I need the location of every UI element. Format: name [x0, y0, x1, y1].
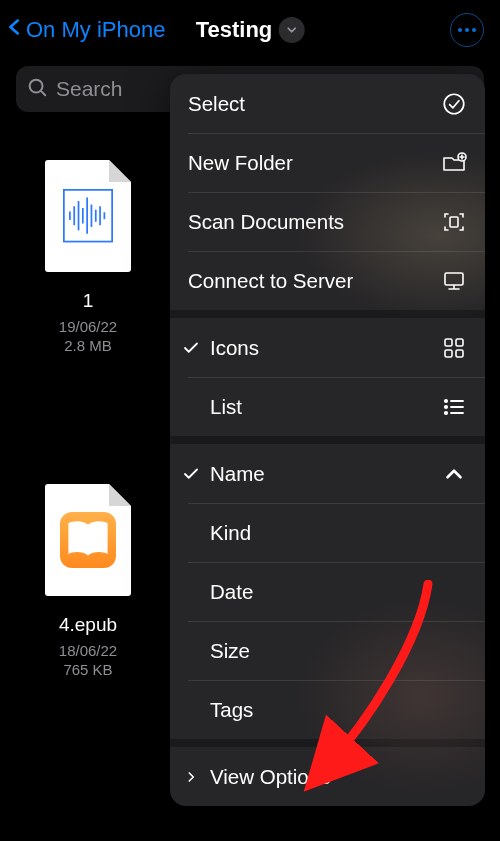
svg-line-1: [41, 91, 45, 95]
server-icon: [441, 268, 467, 294]
menu-item-connect-to-server[interactable]: Connect to Server: [170, 251, 485, 310]
menu-label: Icons: [210, 336, 259, 360]
menu-label: Kind: [210, 521, 251, 545]
menu-label: Name: [210, 462, 265, 486]
svg-point-28: [445, 411, 447, 413]
chevron-right-icon: [184, 770, 208, 784]
menu-item-sort-size[interactable]: Size: [170, 621, 485, 680]
svg-point-12: [444, 94, 464, 114]
menu-item-list-view[interactable]: List: [170, 377, 485, 436]
svg-rect-21: [456, 339, 463, 346]
back-label: On My iPhone: [26, 17, 165, 43]
menu-divider: [170, 436, 485, 444]
menu-divider: [170, 739, 485, 747]
checkmark-icon: [182, 339, 208, 357]
more-button[interactable]: [450, 13, 484, 47]
file-thumbnail: [45, 484, 131, 596]
scan-icon: [441, 209, 467, 235]
book-icon: [60, 512, 116, 568]
select-circle-icon: [441, 91, 467, 117]
svg-point-24: [445, 399, 447, 401]
folder-title-button[interactable]: Testing: [196, 17, 305, 43]
search-icon: [26, 76, 48, 102]
context-menu: Select New Folder Scan Documents Connect…: [170, 74, 485, 806]
menu-item-sort-tags[interactable]: Tags: [170, 680, 485, 739]
menu-item-scan-documents[interactable]: Scan Documents: [170, 192, 485, 251]
chevron-left-icon: [4, 13, 26, 47]
menu-divider: [170, 310, 485, 318]
ellipsis-icon: [458, 28, 476, 32]
file-item[interactable]: 4.epub 18/06/22 765 KB: [28, 484, 148, 678]
file-item[interactable]: 1 19/06/22 2.8 MB: [28, 160, 148, 354]
menu-label: New Folder: [188, 151, 293, 175]
menu-label: Size: [210, 639, 250, 663]
grid-icon: [441, 335, 467, 361]
file-date: 19/06/22: [59, 318, 117, 335]
svg-rect-17: [445, 273, 463, 285]
svg-rect-22: [445, 350, 452, 357]
file-name: 4.epub: [59, 614, 117, 636]
search-placeholder: Search: [56, 77, 123, 101]
menu-item-icons-view[interactable]: Icons: [170, 318, 485, 377]
menu-item-sort-kind[interactable]: Kind: [170, 503, 485, 562]
menu-label: View Options: [210, 765, 330, 789]
svg-rect-23: [456, 350, 463, 357]
svg-point-26: [445, 405, 447, 407]
list-icon: [441, 394, 467, 420]
page-title: Testing: [196, 17, 273, 43]
file-name: 1: [83, 290, 94, 312]
file-thumbnail: [45, 160, 131, 272]
menu-item-new-folder[interactable]: New Folder: [170, 133, 485, 192]
svg-rect-20: [445, 339, 452, 346]
menu-label: Date: [210, 580, 253, 604]
checkmark-icon: [182, 465, 208, 483]
chevron-up-icon: [441, 461, 467, 487]
file-date: 18/06/22: [59, 642, 117, 659]
menu-item-sort-name[interactable]: Name: [170, 444, 485, 503]
new-folder-icon: [441, 150, 467, 176]
chevron-down-icon: [278, 17, 304, 43]
menu-label: Scan Documents: [188, 210, 344, 234]
files-grid: 1 19/06/22 2.8 MB 4.epub 18/06/22 765 KB: [28, 160, 148, 678]
navigation-bar: On My iPhone Testing: [0, 0, 500, 60]
svg-rect-16: [450, 217, 458, 227]
menu-label: Connect to Server: [188, 269, 353, 293]
menu-item-sort-date[interactable]: Date: [170, 562, 485, 621]
menu-label: List: [210, 395, 242, 419]
file-size: 765 KB: [63, 661, 112, 678]
waveform-icon: [59, 185, 117, 247]
back-button[interactable]: On My iPhone: [4, 13, 165, 47]
menu-item-select[interactable]: Select: [170, 74, 485, 133]
menu-label: Select: [188, 92, 245, 116]
menu-label: Tags: [210, 698, 253, 722]
menu-item-view-options[interactable]: View Options: [170, 747, 485, 806]
file-size: 2.8 MB: [64, 337, 112, 354]
